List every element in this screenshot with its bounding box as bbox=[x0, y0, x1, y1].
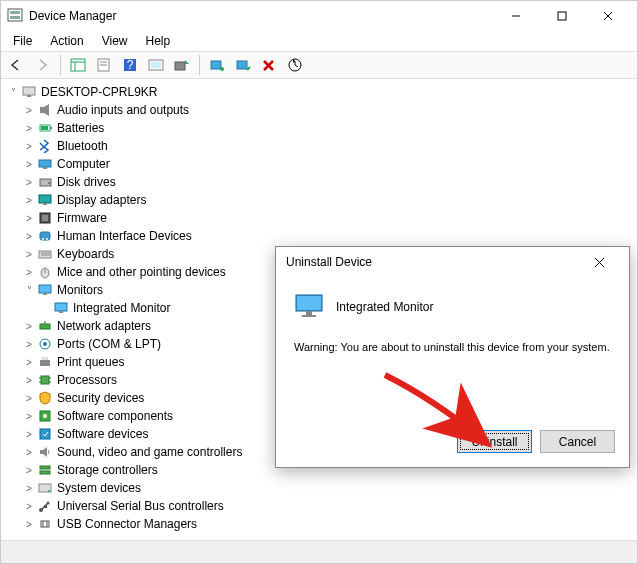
uninstall-button[interactable]: Uninstall bbox=[457, 430, 532, 453]
tree-node[interactable]: >Disk drives bbox=[1, 173, 637, 191]
chevron-right-icon[interactable]: > bbox=[23, 213, 35, 224]
chevron-right-icon[interactable]: > bbox=[23, 393, 35, 404]
toolbar-separator bbox=[60, 55, 61, 75]
tree-node[interactable]: >Bluetooth bbox=[1, 137, 637, 155]
chevron-right-icon[interactable]: > bbox=[23, 429, 35, 440]
tree-node[interactable]: >Display adapters bbox=[1, 191, 637, 209]
chevron-right-icon[interactable]: > bbox=[23, 267, 35, 278]
tree-node-label: Disk drives bbox=[57, 175, 116, 189]
svg-rect-37 bbox=[42, 215, 48, 221]
toolbar: ? bbox=[1, 51, 637, 79]
storage-icon bbox=[37, 462, 53, 478]
tree-node[interactable]: >System devices bbox=[1, 479, 637, 497]
svg-point-40 bbox=[46, 238, 48, 240]
monitor-icon bbox=[53, 300, 69, 316]
tree-node-label: Processors bbox=[57, 373, 117, 387]
chevron-right-icon[interactable]: > bbox=[23, 375, 35, 386]
tree-node-label: Print queues bbox=[57, 355, 124, 369]
chevron-right-icon[interactable]: > bbox=[23, 177, 35, 188]
tree-node-label: Software components bbox=[57, 409, 173, 423]
update-driver-button[interactable] bbox=[170, 54, 194, 76]
svg-rect-7 bbox=[71, 59, 85, 71]
chevron-right-icon[interactable]: > bbox=[23, 501, 35, 512]
usbconn-icon bbox=[37, 516, 53, 532]
menu-file[interactable]: File bbox=[5, 32, 40, 50]
svg-rect-38 bbox=[40, 232, 50, 240]
svg-rect-64 bbox=[40, 450, 43, 454]
svg-rect-25 bbox=[27, 95, 31, 97]
swdev-icon bbox=[37, 426, 53, 442]
uninstall-device-button[interactable] bbox=[257, 54, 281, 76]
app-icon bbox=[7, 8, 23, 24]
chevron-right-icon[interactable]: > bbox=[23, 465, 35, 476]
tree-node-label: Monitors bbox=[57, 283, 103, 297]
menu-action[interactable]: Action bbox=[42, 32, 91, 50]
tree-node[interactable]: >USB Connector Managers bbox=[1, 515, 637, 533]
close-button[interactable] bbox=[585, 1, 631, 31]
tree-node-label: USB Connector Managers bbox=[57, 517, 197, 531]
scan-button[interactable] bbox=[144, 54, 168, 76]
properties-button[interactable] bbox=[92, 54, 116, 76]
tree-node[interactable]: >Batteries bbox=[1, 119, 637, 137]
chevron-right-icon[interactable]: > bbox=[23, 249, 35, 260]
system-icon bbox=[37, 480, 53, 496]
disable-device-button[interactable] bbox=[231, 54, 255, 76]
minimize-button[interactable] bbox=[493, 1, 539, 31]
chevron-right-icon[interactable]: > bbox=[23, 105, 35, 116]
chevron-right-icon[interactable]: > bbox=[23, 357, 35, 368]
svg-rect-46 bbox=[39, 285, 51, 293]
forward-button[interactable] bbox=[31, 54, 55, 76]
tree-node-label: System devices bbox=[57, 481, 141, 495]
help-toolbar-button[interactable]: ? bbox=[118, 54, 142, 76]
tree-node-label: Storage controllers bbox=[57, 463, 158, 477]
bluetooth-icon bbox=[37, 138, 53, 154]
chevron-right-icon[interactable]: > bbox=[23, 519, 35, 530]
chevron-down-icon[interactable]: ˅ bbox=[23, 285, 35, 296]
printer-icon bbox=[37, 354, 53, 370]
svg-rect-50 bbox=[40, 324, 50, 329]
dialog-device-name: Integrated Monitor bbox=[336, 300, 433, 314]
chevron-right-icon[interactable]: > bbox=[23, 231, 35, 242]
tree-node-label: Mice and other pointing devices bbox=[57, 265, 226, 279]
sound-icon bbox=[37, 444, 53, 460]
svg-point-62 bbox=[43, 414, 47, 418]
toolbar-separator bbox=[199, 55, 200, 75]
menu-view[interactable]: View bbox=[94, 32, 136, 50]
chevron-down-icon[interactable]: ˅ bbox=[7, 87, 19, 98]
tree-node-label: Universal Serial Bus controllers bbox=[57, 499, 224, 513]
chevron-right-icon[interactable]: > bbox=[23, 411, 35, 422]
tree-node-label: Network adapters bbox=[57, 319, 151, 333]
maximize-button[interactable] bbox=[539, 1, 585, 31]
show-hide-tree-button[interactable] bbox=[66, 54, 90, 76]
svg-rect-29 bbox=[41, 126, 48, 130]
dialog-close-button[interactable] bbox=[579, 247, 619, 277]
tree-node-label: Audio inputs and outputs bbox=[57, 103, 189, 117]
tree-node[interactable]: >Universal Serial Bus controllers bbox=[1, 497, 637, 515]
menu-help[interactable]: Help bbox=[138, 32, 179, 50]
chevron-right-icon[interactable]: > bbox=[23, 447, 35, 458]
tree-node[interactable]: >Audio inputs and outputs bbox=[1, 101, 637, 119]
chevron-right-icon[interactable]: > bbox=[23, 123, 35, 134]
back-button[interactable] bbox=[5, 54, 29, 76]
chevron-right-icon[interactable]: > bbox=[23, 339, 35, 350]
chevron-right-icon[interactable]: > bbox=[23, 195, 35, 206]
chevron-right-icon[interactable]: > bbox=[23, 141, 35, 152]
tree-node[interactable]: >Human Interface Devices bbox=[1, 227, 637, 245]
svg-rect-17 bbox=[175, 62, 185, 70]
mouse-icon bbox=[37, 264, 53, 280]
computer-icon bbox=[37, 156, 53, 172]
scan-hardware-button[interactable] bbox=[283, 54, 307, 76]
chevron-right-icon[interactable]: > bbox=[23, 321, 35, 332]
svg-rect-1 bbox=[10, 11, 20, 14]
monitor-icon bbox=[37, 282, 53, 298]
tree-node[interactable]: >Firmware bbox=[1, 209, 637, 227]
cancel-button[interactable]: Cancel bbox=[540, 430, 615, 453]
tree-root[interactable]: ˅ DESKTOP-CPRL9KR bbox=[1, 83, 637, 101]
tree-node-label: Sound, video and game controllers bbox=[57, 445, 242, 459]
tree-node-label: Keyboards bbox=[57, 247, 114, 261]
tree-node[interactable]: >Computer bbox=[1, 155, 637, 173]
chevron-right-icon[interactable]: > bbox=[23, 159, 35, 170]
enable-device-button[interactable] bbox=[205, 54, 229, 76]
chevron-right-icon[interactable]: > bbox=[23, 483, 35, 494]
disk-icon bbox=[37, 174, 53, 190]
